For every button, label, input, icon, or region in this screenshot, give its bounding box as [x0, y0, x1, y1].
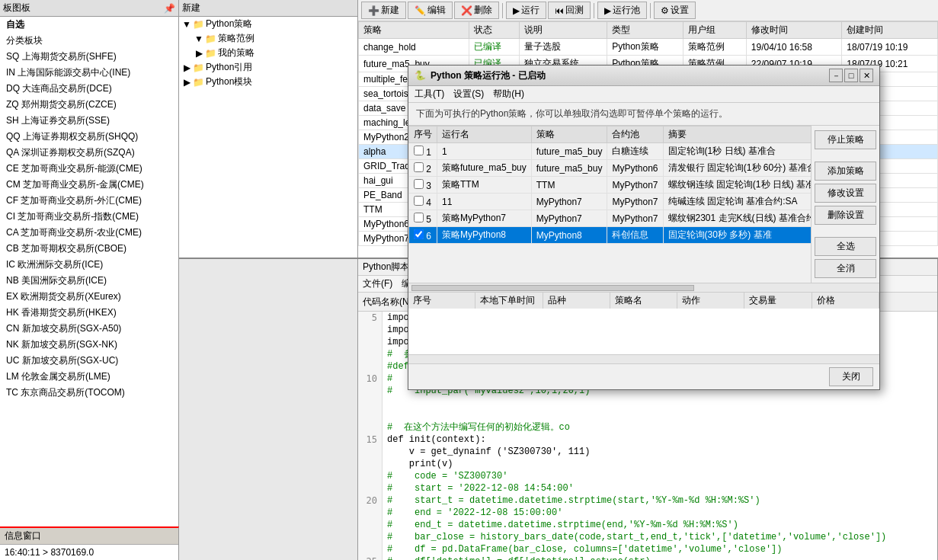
table-row[interactable]: 2策略future_ma5_buyfuture_ma5_buyMyPython6… — [409, 160, 812, 177]
exchange-item-DQ[interactable]: DQ 大连商品交易所(DCE) — [0, 81, 178, 97]
line-code[interactable]: v = get_dynainf ('SZ300730', 111) — [383, 446, 590, 458]
table-row[interactable]: change_hold已编译量子选股Python策略策略范例19/04/10 1… — [359, 39, 938, 56]
table-row[interactable]: 11future_ma5_buy白糖连续固定轮询(1秒 日线) 基准合 — [409, 143, 812, 160]
table-row[interactable]: 6策略MyPython8MyPython8科创信息固定轮询(30秒 多秒) 基准 — [409, 227, 812, 244]
table-cell: MyPython8 — [531, 227, 607, 244]
maximize-button[interactable]: □ — [844, 69, 858, 82]
checkbox-cell[interactable]: 4 — [409, 194, 437, 210]
exchange-item-CA[interactable]: CA 芝加哥商业交易所-农业(CME) — [0, 225, 178, 241]
tree-python-ref[interactable]: ▶ 📁 Python引用 — [179, 60, 357, 75]
exchange-item-CM[interactable]: CM 芝加哥商业交易所-金属(CME) — [0, 177, 178, 193]
checkbox-cell[interactable]: 3 — [409, 177, 437, 194]
exchange-item-TC[interactable]: TC 东京商品交易所(TOCOM) — [0, 385, 178, 401]
expand-icon[interactable]: ▼ — [182, 19, 191, 30]
expand-icon[interactable]: ▶ — [182, 77, 191, 88]
line-code[interactable]: def init(context): — [383, 434, 486, 446]
line-code[interactable]: # start_t = datetime.datetime.strptime(s… — [383, 494, 760, 507]
exchange-item-SQ[interactable]: SQ 上海期货交易所(SHFE) — [0, 49, 178, 65]
table-row[interactable]: 411MyPython7MyPython7纯碱连续 固定轮询 基准合约:SA — [409, 194, 812, 210]
delete-button[interactable]: ❌ 删除 — [454, 2, 499, 19]
table-row[interactable]: 5策略MyPython7MyPython7MyPython7螺纹钢2301 走完… — [409, 210, 812, 227]
row-checkbox[interactable] — [414, 162, 424, 172]
exchange-item-IN[interactable]: IN 上海国际能源交易中心(INE) — [0, 65, 178, 81]
exchange-item-CB[interactable]: CB 芝加哥期权交易所(CBOE) — [0, 241, 178, 257]
modify-settings-button[interactable]: 修改设置 — [815, 184, 876, 203]
exchange-item-LM[interactable]: LM 伦敦金属交易所(LME) — [0, 369, 178, 385]
tree-python-strategy[interactable]: ▼ 📁 Python策略 — [179, 17, 357, 31]
exchange-item-QQ[interactable]: QQ 上海证券期权交易所(SHQQ) — [0, 129, 178, 145]
table-cell: MyPython7 — [607, 210, 663, 227]
row-checkbox[interactable] — [414, 179, 424, 189]
menu-settings[interactable]: 设置(S) — [453, 88, 484, 101]
menu-tools[interactable]: 工具(T) — [415, 88, 444, 101]
menu-help[interactable]: 帮助(H) — [493, 88, 524, 101]
line-code[interactable] — [383, 409, 387, 421]
close-dialog-button[interactable]: ✕ — [860, 69, 873, 82]
new-button[interactable]: ➕ 新建 — [361, 2, 406, 19]
edit-button[interactable]: ✏️ 编辑 — [408, 2, 453, 19]
stop-strategy-button[interactable]: 停止策略 — [815, 130, 876, 149]
exchange-item-CE[interactable]: CE 芝加哥商业交易所-能源(CME) — [0, 161, 178, 177]
row-checkbox[interactable] — [414, 213, 424, 222]
dialog-scrollbar-h[interactable] — [408, 283, 879, 292]
select-all-button[interactable]: 全选 — [815, 237, 876, 256]
close-button[interactable]: 关闭 — [829, 367, 873, 386]
line-number: 20 — [358, 494, 383, 507]
delete-icon: ❌ — [461, 5, 472, 16]
settings-button[interactable]: ⚙ 设置 — [654, 2, 696, 19]
delete-settings-button[interactable]: 删除设置 — [815, 206, 876, 225]
tree-my-strategy[interactable]: ▶ 📁 我的策略 — [179, 46, 357, 60]
checkbox-cell[interactable]: 6 — [409, 227, 437, 244]
line-code[interactable]: # code = 'SZ300730' — [383, 470, 507, 482]
tree-python-module[interactable]: ▶ 📁 Python模块 — [179, 75, 357, 89]
exchange-item-UC[interactable]: UC 新加坡交易所(SGX-UC) — [0, 353, 178, 369]
dialog-scrollbar-h2[interactable] — [408, 354, 879, 363]
runpool-button[interactable]: ▶ 运行池 — [597, 2, 647, 19]
tree-strategy-examples[interactable]: ▼ 📁 策略范例 — [179, 31, 357, 46]
line-code[interactable]: # df['datetime'] = df['datetime'].astype… — [383, 555, 651, 560]
checkbox-cell[interactable]: 5 — [409, 210, 437, 227]
exchange-item-EX[interactable]: EX 欧洲期货交易所(XEurex) — [0, 289, 178, 305]
table-row[interactable]: 3策略TTMTTMMyPython7螺纹钢连续 固定轮询(1秒 日线) 基准合 — [409, 177, 812, 194]
line-code[interactable]: print(v) — [383, 458, 453, 470]
minimize-button[interactable]: － — [829, 69, 843, 82]
dialog-description: 下面为可执行的Python策略，你可以单独取消勾选即可暂停单个策略的运行。 — [408, 103, 879, 126]
add-strategy-button[interactable]: 添加策略 — [815, 162, 876, 181]
line-code[interactable]: # end_t = datetime.datetime.strptime(end… — [383, 519, 738, 531]
dialog-footer-area: 序号 本地下单时间 品种 策略名 动作 交易量 价格 — [408, 292, 879, 354]
expand-icon[interactable]: ▼ — [194, 34, 203, 44]
line-code[interactable]: # end = '2022-12-08 15:00:00' — [383, 507, 562, 519]
line-code[interactable]: # bar_close = history_bars_date(code,sta… — [383, 531, 886, 543]
exchange-item-IC[interactable]: IC 欧洲洲际交易所(ICE) — [0, 257, 178, 273]
expand-icon[interactable]: ▶ — [182, 62, 191, 73]
line-code[interactable] — [383, 397, 387, 409]
exchange-item-CI[interactable]: CI 芝加哥商业交易所-指数(CME) — [0, 209, 178, 225]
run-button[interactable]: ▶ 运行 — [506, 2, 546, 19]
exchange-item-ZQ[interactable]: ZQ 郑州期货交易所(CZCE) — [0, 97, 178, 113]
line-number — [358, 446, 383, 458]
row-checkbox[interactable] — [414, 196, 424, 206]
clear-all-button[interactable]: 全消 — [815, 259, 876, 278]
checkbox-cell[interactable]: 2 — [409, 160, 437, 177]
favorite-item[interactable]: 自选 — [0, 17, 178, 33]
pin-icon[interactable]: 📌 — [164, 3, 175, 14]
exchange-item-NB[interactable]: NB 美国洲际交易所(ICE) — [0, 273, 178, 289]
exchange-item-CF[interactable]: CF 芝加哥商业交易所-外汇(CME) — [0, 193, 178, 209]
expand-icon[interactable]: ▶ — [194, 48, 203, 59]
dialog-titlebar[interactable]: 🐍 Python 策略运行池 - 已启动 － □ ✕ — [408, 66, 879, 86]
line-code[interactable]: # start = '2022-12-08 14:54:00' — [383, 482, 574, 494]
exchange-item-SH[interactable]: SH 上海证券交易所(SSE) — [0, 113, 178, 129]
exchange-item-HK[interactable]: HK 香港期货交易所(HKEX) — [0, 305, 178, 321]
line-code[interactable]: # df = pd.DataFrame(bar_close, columns=[… — [383, 543, 782, 555]
table-cell: 策略TTM — [437, 177, 532, 194]
exchange-item-QA[interactable]: QA 深圳证券期权交易所(SZQA) — [0, 145, 178, 161]
line-code[interactable]: # 在这个方法中编写任何的初始化逻辑。co — [383, 421, 570, 434]
row-checkbox[interactable] — [414, 229, 424, 239]
exchange-item-NK[interactable]: NK 新加坡交易所(SGX-NK) — [0, 337, 178, 353]
row-checkbox[interactable] — [414, 146, 424, 155]
backtest-button[interactable]: ⏮ 回测 — [548, 2, 591, 19]
exchange-item-category[interactable]: 分类板块 — [0, 33, 178, 49]
exchange-item-CN[interactable]: CN 新加坡交易所(SGX-A50) — [0, 321, 178, 337]
checkbox-cell[interactable]: 1 — [409, 143, 437, 160]
menu-file[interactable]: 文件(F) — [363, 277, 392, 290]
